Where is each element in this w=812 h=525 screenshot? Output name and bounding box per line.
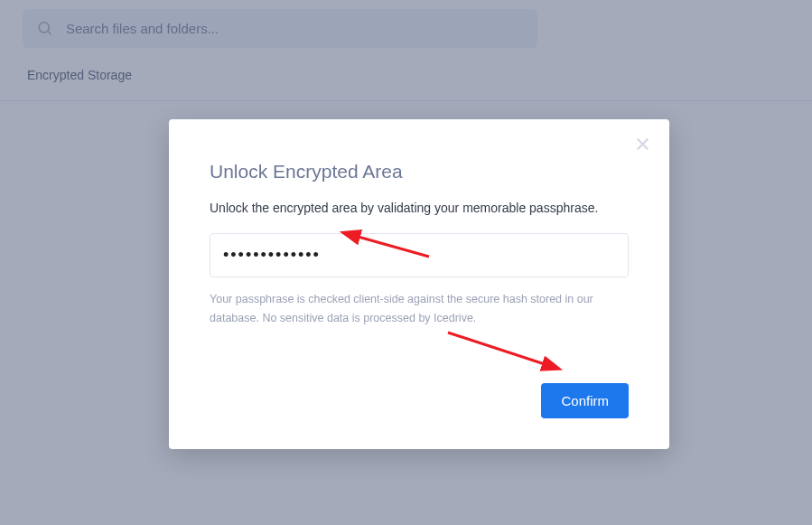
close-button[interactable] bbox=[636, 136, 649, 154]
dialog-actions: Confirm bbox=[210, 383, 629, 418]
unlock-dialog: Unlock Encrypted Area Unlock the encrypt… bbox=[169, 119, 669, 449]
dialog-subtitle: Unlock the encrypted area by validating … bbox=[210, 201, 629, 215]
dialog-title: Unlock Encrypted Area bbox=[210, 161, 629, 183]
close-icon bbox=[636, 137, 649, 151]
dialog-hint: Your passphrase is checked client-side a… bbox=[210, 290, 629, 329]
confirm-button[interactable]: Confirm bbox=[541, 383, 629, 418]
passphrase-input[interactable] bbox=[210, 233, 629, 277]
